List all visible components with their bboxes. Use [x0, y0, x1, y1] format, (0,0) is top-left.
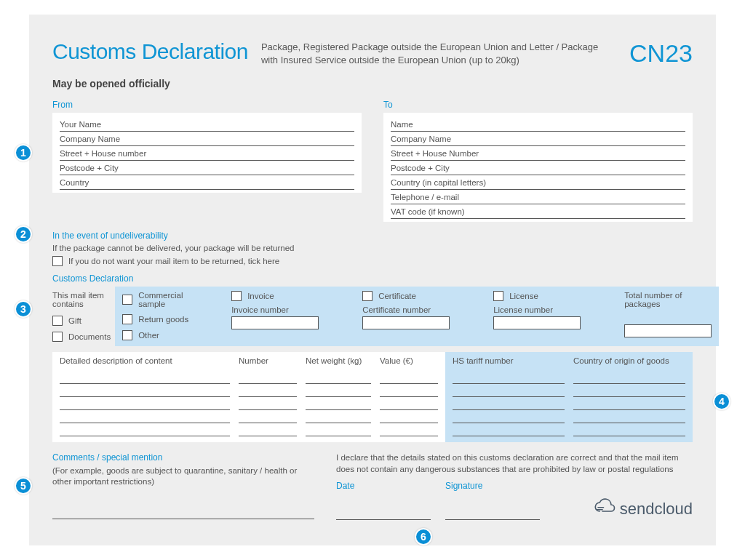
signature-input[interactable]	[445, 505, 540, 520]
annotation-badge-5: 5	[15, 477, 32, 495]
license-checkbox[interactable]	[493, 291, 503, 301]
gift-checkbox[interactable]	[52, 316, 63, 326]
return-label: Return goods	[138, 315, 188, 324]
weight-input[interactable]	[306, 397, 371, 410]
col-description: Detailed description of content	[60, 356, 230, 367]
value-input[interactable]	[380, 397, 438, 410]
invoice-label: Invoice	[247, 292, 274, 300]
to-phone-field[interactable]: Telephone / e-mail	[391, 190, 685, 204]
other-checkbox[interactable]	[122, 330, 132, 340]
to-country-field[interactable]: Country (in capital letters)	[391, 175, 685, 190]
annotation-badge-1: 1	[15, 144, 32, 161]
form-code: CN23	[629, 39, 693, 68]
number-input[interactable]	[239, 423, 297, 436]
other-label: Other	[138, 331, 159, 340]
origin-input[interactable]	[573, 397, 685, 410]
weight-input[interactable]	[306, 371, 371, 384]
desc-input[interactable]	[60, 371, 230, 384]
from-postcode-field[interactable]: Postcode + City	[60, 161, 354, 175]
invoice-no-label: Invoice number	[231, 305, 340, 314]
desc-input[interactable]	[60, 410, 230, 423]
date-input[interactable]	[336, 505, 431, 520]
sendcloud-logo: sendcloud	[594, 498, 693, 520]
annotation-badge-6: 6	[415, 528, 432, 545]
col-value: Value (€)	[380, 356, 438, 367]
from-street-field[interactable]: Street + House number	[60, 146, 354, 161]
declaration-section: Customs Declaration This mail item conta…	[52, 273, 693, 346]
col-number: Number	[239, 356, 297, 367]
origin-input[interactable]	[573, 423, 685, 436]
origin-input[interactable]	[573, 384, 685, 397]
number-input[interactable]	[239, 397, 297, 410]
to-company-field[interactable]: Company Name	[391, 132, 685, 146]
license-no-input[interactable]	[493, 316, 581, 329]
weight-input[interactable]	[306, 410, 371, 423]
annotation-badge-3: 3	[15, 300, 32, 318]
col-origin: Country of origin of goods	[573, 356, 685, 367]
value-input[interactable]	[380, 384, 438, 397]
return-checkbox[interactable]	[122, 314, 132, 324]
to-label: To	[383, 100, 693, 110]
to-postcode-field[interactable]: Postcode + City	[391, 161, 685, 175]
value-input[interactable]	[380, 410, 438, 423]
value-input[interactable]	[380, 371, 438, 384]
invoice-no-input[interactable]	[231, 316, 319, 329]
undeliv-label: In the event of undeliverability	[52, 231, 693, 241]
documents-label: Documents	[68, 332, 111, 341]
weight-input[interactable]	[306, 384, 371, 397]
hs-input[interactable]	[453, 384, 565, 397]
documents-checkbox[interactable]	[52, 332, 63, 342]
gift-label: Gift	[68, 316, 81, 325]
commercial-label: Commercial sample	[138, 291, 210, 308]
goods-table: Detailed description of content Number N…	[52, 352, 693, 442]
to-street-field[interactable]: Street + House Number	[391, 146, 685, 161]
desc-input[interactable]	[60, 397, 230, 410]
open-officially-note: May be opened officially	[52, 78, 693, 89]
from-company-field[interactable]: Company Name	[60, 132, 354, 146]
cloud-icon	[594, 498, 615, 520]
no-return-checkbox[interactable]	[52, 256, 63, 266]
certificate-no-input[interactable]	[362, 316, 450, 329]
comments-section: Comments / special mention (For example,…	[52, 452, 314, 520]
number-input[interactable]	[239, 371, 297, 384]
contains-blue: Commercial sample Return goods Other Inv…	[115, 287, 719, 346]
hs-input[interactable]	[453, 423, 565, 436]
annotation-badge-2: 2	[15, 225, 32, 243]
total-packages-input[interactable]	[624, 324, 712, 337]
comments-hint: (For example, goods are subject to quara…	[52, 465, 314, 487]
to-vat-field[interactable]: VAT code (if known)	[391, 204, 685, 219]
undeliv-note: If the package cannot be delivered, your…	[52, 244, 693, 252]
hs-input[interactable]	[453, 371, 565, 384]
comments-input[interactable]	[52, 505, 314, 519]
signature-label: Signature	[445, 481, 540, 491]
value-input[interactable]	[380, 423, 438, 436]
desc-input[interactable]	[60, 423, 230, 436]
invoice-checkbox[interactable]	[231, 291, 242, 301]
from-name-field[interactable]: Your Name	[60, 117, 354, 132]
from-column: From Your Name Company Name Street + Hou…	[52, 100, 362, 222]
commercial-checkbox[interactable]	[122, 295, 132, 305]
origin-input[interactable]	[573, 371, 685, 384]
certificate-label: Certificate	[378, 292, 416, 300]
to-name-field[interactable]: Name	[391, 117, 685, 132]
desc-input[interactable]	[60, 384, 230, 397]
number-input[interactable]	[239, 384, 297, 397]
to-column: To Name Company Name Street + House Numb…	[383, 100, 693, 222]
date-label: Date	[336, 481, 431, 491]
from-label: From	[52, 100, 362, 110]
declare-text: I declare that the details stated on thi…	[336, 452, 693, 475]
undeliverability-section: In the event of undeliverability If the …	[52, 231, 693, 266]
hs-input[interactable]	[453, 410, 565, 423]
contains-label: This mail item contains	[52, 291, 111, 308]
no-return-label: If you do not want your mail item to be …	[68, 257, 279, 265]
no-return-row: If you do not want your mail item to be …	[52, 256, 693, 266]
weight-input[interactable]	[306, 423, 371, 436]
declare-section: I declare that the details stated on thi…	[336, 452, 693, 520]
col-weight: Net weight (kg)	[306, 356, 371, 367]
from-country-field[interactable]: Country	[60, 175, 354, 190]
logo-text: sendcloud	[620, 500, 693, 519]
origin-input[interactable]	[573, 410, 685, 423]
certificate-checkbox[interactable]	[362, 291, 372, 301]
number-input[interactable]	[239, 410, 297, 423]
hs-input[interactable]	[453, 397, 565, 410]
